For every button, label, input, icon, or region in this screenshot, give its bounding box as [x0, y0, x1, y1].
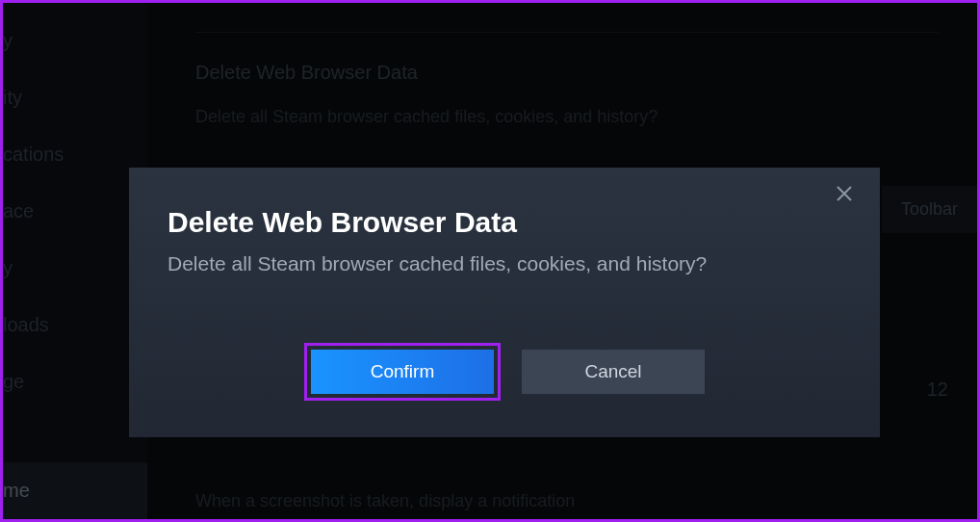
cancel-button[interactable]: Cancel: [522, 350, 705, 394]
dialog-actions: Confirm Cancel: [168, 343, 841, 401]
confirm-dialog: Delete Web Browser Data Delete all Steam…: [129, 168, 880, 437]
close-icon[interactable]: [836, 185, 859, 208]
confirm-highlight: Confirm: [304, 343, 501, 401]
confirm-button[interactable]: Confirm: [311, 350, 494, 394]
dialog-description: Delete all Steam browser cached files, c…: [168, 252, 841, 275]
dialog-title: Delete Web Browser Data: [168, 206, 841, 239]
